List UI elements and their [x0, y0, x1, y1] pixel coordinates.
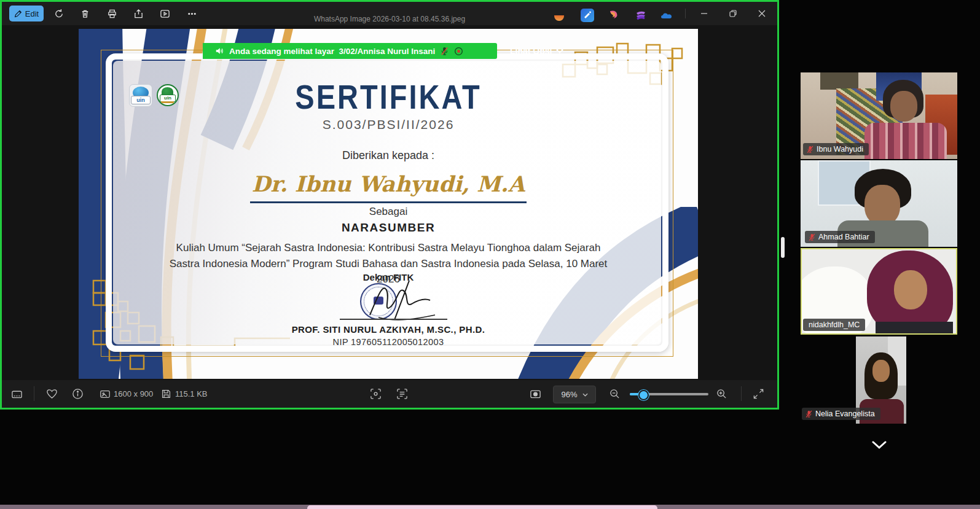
participant-name: nidakhfdlh_MC [809, 321, 860, 329]
edit-button-label: Edit [25, 9, 39, 18]
view-options-dropdown[interactable]: Lihat Opsi [510, 44, 563, 58]
mic-muted-icon [807, 146, 813, 153]
zoom-out-icon[interactable] [609, 388, 621, 400]
participant-name-label: Nelia Evangelista [802, 408, 880, 420]
clipchamp-app-icon[interactable] [634, 9, 648, 22]
screen-capture-icon[interactable] [530, 388, 541, 400]
zoom-level-value: 96% [561, 390, 577, 399]
screen-share-banner: Anda sedang melihat layar 3/02/Annisa Nu… [203, 43, 497, 59]
image-dimensions: 1600 x 900 [114, 389, 153, 398]
cert-signer-nip: NIP 197605112005012003 [79, 337, 698, 347]
file-size-icon [160, 388, 172, 400]
signature [366, 279, 446, 322]
statusbar-divider [34, 386, 34, 401]
uin-logos: uin uin [129, 84, 179, 107]
participant-face [864, 185, 900, 225]
cert-signature-line [340, 319, 447, 320]
background-window-edge-highlight [307, 505, 657, 509]
cert-given-to-label: Diberikan kepada : [79, 149, 698, 162]
minimize-button[interactable] [691, 2, 718, 25]
screen-share-banner-text: Anda sedang melihat layar 3/02/Annisa Nu… [229, 47, 435, 56]
zoom-in-icon[interactable] [716, 388, 727, 400]
cert-as-label: Sebagai [79, 206, 698, 218]
collapse-video-strip-button[interactable] [868, 437, 891, 454]
participant-body [876, 322, 953, 335]
photos-statusbar: 1600 x 900 115.1 KB 96% [2, 380, 777, 408]
delete-icon[interactable] [79, 8, 90, 19]
video-strip-scrollbar[interactable] [781, 237, 785, 258]
window-title: WhatsApp Image 2026-03-10 at 08.45.36.jp… [125, 15, 654, 23]
mic-muted-icon [806, 410, 812, 418]
record-icon[interactable] [454, 47, 463, 56]
fullscreen-icon[interactable] [753, 388, 764, 400]
participant-name-label: Ahmad Bahtiar [805, 231, 875, 243]
print-icon[interactable] [106, 8, 117, 19]
info-icon[interactable] [72, 388, 84, 400]
restore-button[interactable] [719, 2, 747, 25]
uin-logo-blue: uin [129, 84, 152, 107]
participant-name-label: Ibnu Wahyudi [803, 143, 869, 155]
photos-titlebar: Edit Wha [2, 2, 777, 25]
cert-role: NARASUMBER [79, 221, 698, 235]
uin-logo-green: uin [157, 84, 179, 106]
participant-name: Nelia Evangelista [815, 410, 875, 418]
zoom-slider[interactable] [630, 393, 708, 395]
participant-face [872, 360, 890, 382]
chevron-down-icon [556, 49, 563, 53]
participant-name: Ahmad Bahtiar [818, 233, 869, 241]
text-extract-icon[interactable] [396, 388, 408, 400]
image-dimensions-icon [99, 388, 111, 400]
cert-name-underline [250, 201, 527, 203]
image-viewer: uin uin SERTIFIKAT S.003/PBSI/II/2026 Di… [2, 25, 777, 380]
cert-recipient-name: Dr. Ibnu Wahyudi, M.A [79, 171, 698, 196]
cert-number: S.003/PBSI/II/2026 [79, 117, 698, 132]
cert-content: uin uin SERTIFIKAT S.003/PBSI/II/2026 Di… [79, 29, 698, 379]
statusbar-divider-2 [741, 386, 742, 401]
file-size: 115.1 KB [175, 389, 208, 398]
uin-logo-text: uin [131, 96, 151, 104]
participant-face [894, 270, 927, 309]
visual-search-icon[interactable] [370, 388, 382, 400]
speaker-icon [215, 47, 224, 55]
copilot-app-icon[interactable] [607, 9, 621, 22]
participant-name: Ibnu Wahyudi [817, 145, 863, 153]
zoom-level-dropdown[interactable]: 96% [553, 386, 596, 403]
cert-signer-name: PROF. SITI NURUL AZKIYAH, M.SC., PH.D. [79, 324, 698, 335]
titlebar-divider [685, 9, 686, 18]
wall-frame [820, 72, 858, 90]
onedrive-app-icon[interactable] [659, 9, 673, 22]
photos-app-window: Edit Wha [2, 2, 777, 408]
designer-app-icon[interactable] [581, 9, 594, 22]
participant-body [864, 123, 947, 159]
ribbon-icon [161, 101, 174, 103]
mic-muted-icon [441, 47, 449, 56]
rotate-icon[interactable] [53, 8, 65, 19]
pencil-icon [14, 10, 22, 18]
chevron-down-icon [872, 441, 887, 449]
desktop: Edit Wha [0, 0, 980, 509]
mic-muted-icon [809, 233, 815, 241]
close-button[interactable] [748, 2, 775, 25]
view-options-label: Lihat Opsi [510, 46, 552, 56]
participant-name-label: nidakhfdlh_MC [803, 319, 865, 331]
zoom-slider-handle[interactable] [638, 390, 649, 400]
participant-face [890, 91, 917, 122]
certificate-image[interactable]: uin uin SERTIFIKAT S.003/PBSI/II/2026 Di… [79, 29, 698, 379]
favorite-heart-icon[interactable] [46, 388, 58, 400]
chevron-down-icon [582, 393, 588, 397]
screen-share-region: Edit Wha [0, 0, 779, 410]
edit-button[interactable]: Edit [9, 6, 44, 21]
filmstrip-toggle-icon[interactable] [11, 388, 23, 400]
